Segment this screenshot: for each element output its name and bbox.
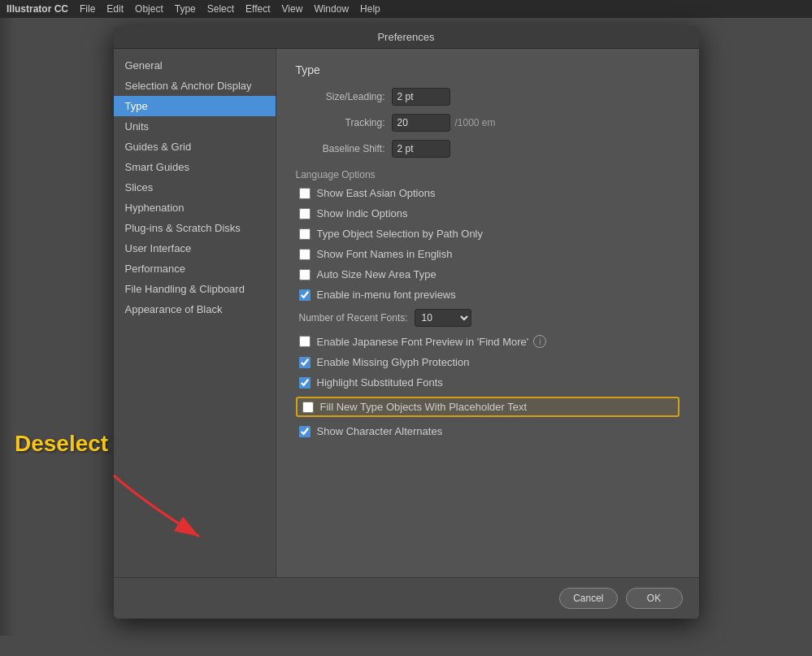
enable-japanese-preview-row: Enable Japanese Font Preview in 'Find Mo… xyxy=(296,335,680,348)
show-east-asian-label: Show East Asian Options xyxy=(317,187,436,199)
show-character-alternates-row: Show Character Alternates xyxy=(296,425,680,437)
show-east-asian-row: Show East Asian Options xyxy=(296,187,680,199)
show-character-alternates-label: Show Character Alternates xyxy=(317,425,443,437)
sidebar-item-user-interface[interactable]: User Interface xyxy=(114,238,276,258)
recent-fonts-select[interactable]: 5 7 10 15 20 xyxy=(415,309,471,327)
tracking-input[interactable] xyxy=(392,114,450,132)
app-name: Illustrator CC xyxy=(7,3,68,15)
menu-object[interactable]: Object xyxy=(135,3,163,15)
highlight-substituted-fonts-label: Highlight Substituted Fonts xyxy=(317,376,443,389)
dialog-overlay: Preferences General Selection & Anchor D… xyxy=(0,18,812,656)
sidebar-item-smart-guides[interactable]: Smart Guides xyxy=(114,157,276,177)
enable-missing-glyph-checkbox[interactable] xyxy=(299,357,310,368)
menu-type[interactable]: Type xyxy=(175,3,196,15)
enable-font-previews-label: Enable in-menu font previews xyxy=(317,289,456,301)
type-object-selection-checkbox[interactable] xyxy=(299,228,310,240)
sidebar-item-appearance-black[interactable]: Appearance of Black xyxy=(114,299,276,319)
tracking-unit: /1000 em xyxy=(455,117,496,128)
sidebar-item-plugins-scratch[interactable]: Plug-ins & Scratch Disks xyxy=(114,218,276,238)
size-leading-label: Size/Leading: xyxy=(296,91,385,102)
dialog-body: General Selection & Anchor Display Type … xyxy=(114,49,699,577)
info-icon: i xyxy=(533,335,546,348)
sidebar-item-selection-anchor[interactable]: Selection & Anchor Display xyxy=(114,76,276,96)
enable-font-previews-row: Enable in-menu font previews xyxy=(296,289,680,301)
show-indic-checkbox[interactable] xyxy=(299,208,310,219)
baseline-shift-row: Baseline Shift: xyxy=(296,140,680,158)
preferences-dialog: Preferences General Selection & Anchor D… xyxy=(114,26,699,619)
menu-select[interactable]: Select xyxy=(207,3,234,15)
baseline-shift-label: Baseline Shift: xyxy=(296,143,385,154)
show-character-alternates-checkbox[interactable] xyxy=(299,426,310,437)
sidebar-item-slices[interactable]: Slices xyxy=(114,177,276,198)
menu-window[interactable]: Window xyxy=(314,3,349,15)
highlight-substituted-fonts-row: Highlight Substituted Fonts xyxy=(296,376,680,389)
sidebar-item-units[interactable]: Units xyxy=(114,116,276,137)
tracking-label: Tracking: xyxy=(296,117,385,128)
sidebar-item-hyphenation[interactable]: Hyphenation xyxy=(114,198,276,218)
recent-fonts-label: Number of Recent Fonts: xyxy=(299,312,408,324)
ok-button[interactable]: OK xyxy=(626,588,683,609)
enable-japanese-preview-checkbox[interactable] xyxy=(299,336,310,347)
tracking-row: Tracking: /1000 em xyxy=(296,114,680,132)
show-font-names-checkbox[interactable] xyxy=(299,249,310,260)
sidebar-item-type[interactable]: Type xyxy=(114,96,276,116)
show-indic-label: Show Indic Options xyxy=(317,207,408,219)
size-leading-input[interactable] xyxy=(392,88,450,106)
menu-view[interactable]: View xyxy=(282,3,303,15)
dialog-title-bar: Preferences xyxy=(114,26,699,49)
fill-placeholder-text-row: Fill New Type Objects With Placeholder T… xyxy=(296,397,680,417)
sidebar-item-file-handling[interactable]: File Handling & Clipboard xyxy=(114,279,276,299)
show-font-names-label: Show Font Names in English xyxy=(317,248,453,260)
fill-placeholder-text-checkbox[interactable] xyxy=(302,402,314,413)
highlight-substituted-fonts-checkbox[interactable] xyxy=(299,377,310,389)
menu-effect[interactable]: Effect xyxy=(245,3,270,15)
enable-font-previews-checkbox[interactable] xyxy=(299,289,310,301)
dialog-title: Preferences xyxy=(377,31,434,43)
baseline-shift-input[interactable] xyxy=(392,140,450,158)
enable-missing-glyph-label: Enable Missing Glyph Protection xyxy=(317,356,470,368)
auto-size-area-row: Auto Size New Area Type xyxy=(296,268,680,280)
recent-fonts-row: Number of Recent Fonts: 5 7 10 15 20 xyxy=(296,309,680,327)
show-font-names-row: Show Font Names in English xyxy=(296,248,680,260)
sidebar-item-general[interactable]: General xyxy=(114,55,276,76)
sidebar-item-performance[interactable]: Performance xyxy=(114,258,276,279)
show-east-asian-checkbox[interactable] xyxy=(299,188,310,199)
content-panel: Type Size/Leading: Tracking: /1000 em Ba… xyxy=(276,49,699,577)
language-options-title: Language Options xyxy=(296,169,680,180)
type-object-selection-label: Type Object Selection by Path Only xyxy=(317,228,484,240)
auto-size-area-label: Auto Size New Area Type xyxy=(317,268,436,280)
size-leading-row: Size/Leading: xyxy=(296,88,680,106)
fill-placeholder-text-label: Fill New Type Objects With Placeholder T… xyxy=(320,401,528,413)
menu-help[interactable]: Help xyxy=(360,3,380,15)
sidebar-item-guides-grid[interactable]: Guides & Grid xyxy=(114,137,276,157)
dialog-footer: Cancel OK xyxy=(114,577,699,619)
menu-bar: Illustrator CC File Edit Object Type Sel… xyxy=(0,0,812,18)
cancel-button[interactable]: Cancel xyxy=(559,588,617,609)
sidebar: General Selection & Anchor Display Type … xyxy=(114,49,276,577)
show-indic-row: Show Indic Options xyxy=(296,207,680,219)
menu-file[interactable]: File xyxy=(80,3,95,15)
section-title: Type xyxy=(296,63,680,76)
auto-size-area-checkbox[interactable] xyxy=(299,269,310,280)
enable-missing-glyph-row: Enable Missing Glyph Protection xyxy=(296,356,680,368)
enable-japanese-preview-label: Enable Japanese Font Preview in 'Find Mo… xyxy=(317,336,529,348)
menu-edit[interactable]: Edit xyxy=(106,3,124,15)
type-object-selection-row: Type Object Selection by Path Only xyxy=(296,228,680,240)
